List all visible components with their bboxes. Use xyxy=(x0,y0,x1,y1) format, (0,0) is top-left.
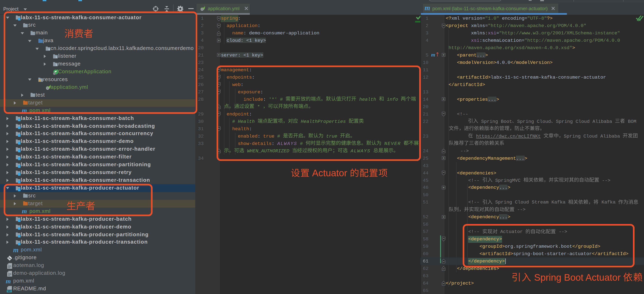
svg-text:MD: MD xyxy=(8,290,11,292)
